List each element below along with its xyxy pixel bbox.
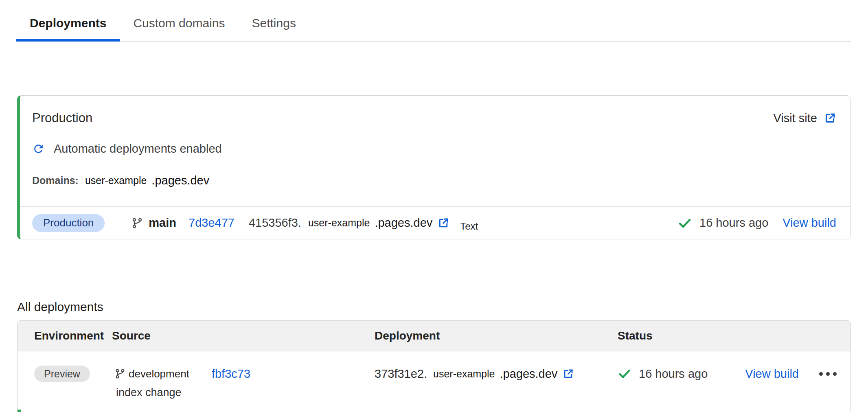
table-header-row: Environment Source Deployment Status [18, 321, 850, 351]
open-deployment-icon[interactable] [562, 368, 574, 380]
production-title: Production [32, 111, 92, 125]
auto-deploy-refresh-icon [32, 142, 45, 155]
branch-name: development [129, 368, 189, 380]
branch-name: main [149, 216, 176, 230]
production-row-green-edge [18, 410, 21, 412]
commit-link[interactable]: 7d3e477 [189, 216, 235, 230]
commit-message-note: Text [460, 221, 478, 232]
commit-link[interactable]: fbf3c73 [212, 367, 250, 381]
external-link-icon [824, 112, 836, 125]
column-header-deployment: Deployment [375, 329, 618, 342]
git-branch-icon [132, 217, 143, 229]
tab-custom-domains[interactable]: Custom domains [120, 7, 238, 42]
view-build-link[interactable]: View build [745, 367, 799, 381]
commit-message: index change [112, 386, 375, 399]
deployment-id: 373f31e2. [375, 367, 427, 381]
tab-bar: Deployments Custom domains Settings [16, 7, 851, 42]
table-row: Preview development fbf3c73 index change… [18, 351, 850, 409]
more-options-icon[interactable] [818, 364, 838, 383]
production-deployment-row: Production main 7d3e477 415356f3. user-e… [20, 206, 850, 239]
production-domain-suffix: .pages.dev [151, 174, 209, 187]
domains-label: Domains: [32, 175, 79, 186]
deployment-domain-suffix: .pages.dev [375, 216, 432, 230]
success-check-icon [618, 367, 631, 381]
auto-deployments-status: Automatic deployments enabled [54, 142, 222, 156]
tab-settings[interactable]: Settings [238, 7, 309, 42]
environment-badge-preview: Preview [34, 366, 90, 382]
all-deployments-heading: All deployments [17, 300, 103, 314]
deployments-table: Environment Source Deployment Status Pre… [17, 320, 851, 412]
production-card: Production Visit site Automatic deploym [17, 95, 851, 239]
column-header-source: Source [112, 329, 375, 342]
visit-site-label: Visit site [774, 112, 817, 125]
column-header-environment: Environment [18, 329, 112, 342]
deployment-domain-name: user-example [433, 368, 495, 380]
production-domain-name: user-example [85, 175, 147, 186]
deployment-id: 415356f3. [249, 216, 301, 230]
environment-badge-production: Production [32, 214, 105, 232]
success-check-icon [677, 216, 692, 230]
visit-site-link[interactable]: Visit site [774, 112, 836, 125]
git-branch-icon [115, 368, 125, 379]
deployment-time: 16 hours ago [639, 367, 708, 381]
deployment-domain-suffix: .pages.dev [500, 367, 557, 381]
tab-deployments[interactable]: Deployments [16, 7, 120, 42]
column-header-status: Status [618, 329, 850, 342]
view-build-link[interactable]: View build [783, 216, 836, 230]
deployment-time: 16 hours ago [699, 216, 768, 230]
deployment-domain-name: user-example [308, 217, 370, 229]
next-row-cutoff [18, 409, 850, 412]
open-deployment-icon[interactable] [437, 217, 449, 229]
